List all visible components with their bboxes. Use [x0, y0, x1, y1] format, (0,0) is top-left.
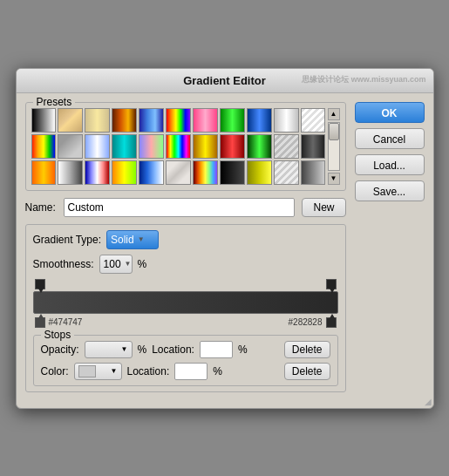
preset-swatch[interactable] [139, 160, 164, 185]
scroll-up-arrow[interactable]: ▲ [328, 108, 340, 120]
color-stop-right[interactable] [326, 317, 337, 328]
preset-swatch[interactable] [31, 134, 57, 159]
preset-swatch[interactable] [112, 134, 137, 159]
preset-swatch[interactable] [301, 134, 326, 159]
preset-swatch[interactable] [166, 134, 191, 159]
preset-swatch[interactable] [274, 134, 299, 159]
load-button[interactable]: Load... [355, 154, 425, 175]
stops-group-label: Stops [41, 329, 75, 341]
preset-swatch[interactable] [85, 160, 110, 185]
preset-swatch[interactable] [112, 108, 137, 133]
preset-swatch[interactable] [58, 108, 83, 133]
save-button[interactable]: Save... [355, 180, 425, 201]
preset-swatch[interactable] [193, 108, 218, 133]
preset-swatch[interactable] [139, 134, 164, 159]
preset-swatch[interactable] [247, 134, 272, 159]
opacity-stop-right[interactable] [326, 279, 337, 289]
top-stops [33, 279, 338, 289]
watermark: 思缘设计论坛 www.missyuan.com [302, 74, 425, 85]
preset-swatch[interactable] [193, 160, 218, 185]
chevron-down-icon: ▼ [138, 235, 145, 243]
smoothness-row: Smoothness: 100 ▼ % [33, 255, 338, 274]
presets-grid [31, 108, 326, 185]
name-label: Name: [25, 201, 57, 214]
preset-swatch[interactable] [301, 160, 326, 185]
smoothness-dropdown[interactable]: 100 ▼ [99, 255, 133, 274]
preset-swatch[interactable] [58, 160, 83, 185]
preset-swatch[interactable] [220, 160, 245, 185]
cancel-button[interactable]: Cancel [355, 128, 425, 149]
color-value-dropdown[interactable]: ▼ [74, 363, 122, 380]
opacity-stop-row: Opacity: ▼ % Location: % Delete [41, 341, 330, 358]
smoothness-value: 100 [104, 258, 121, 270]
preset-swatch[interactable] [85, 108, 110, 133]
bottom-bar [17, 401, 433, 408]
opacity-stop-left[interactable] [35, 279, 45, 289]
presets-group: Presets [25, 102, 346, 191]
preset-swatch[interactable] [166, 160, 191, 185]
gradient-editor-dialog: Gradient Editor 思缘设计论坛 www.missyuan.com … [16, 68, 434, 409]
color-location-unit: % [213, 365, 222, 377]
color-location-label: Location: [127, 365, 170, 377]
stop-left-hex: #474747 [49, 317, 83, 327]
right-panel: OK Cancel Load... Save... [355, 102, 425, 392]
chevron-down-icon: ▼ [125, 260, 132, 268]
opacity-label: Opacity: [41, 343, 79, 356]
scroll-thumb[interactable] [329, 123, 339, 140]
preset-swatch[interactable] [58, 134, 83, 159]
smoothness-unit: % [138, 258, 147, 270]
resize-handle[interactable] [423, 398, 432, 406]
color-label: Color: [41, 365, 69, 377]
stops-group: Stops Opacity: ▼ % Location: % Delete [33, 335, 338, 386]
gradient-type-dropdown[interactable]: Solid ▼ [106, 230, 159, 249]
stop-right-hex: #282828 [289, 317, 323, 327]
opacity-value-dropdown[interactable]: ▼ [85, 341, 133, 358]
preset-swatch[interactable] [31, 160, 57, 185]
preset-swatch[interactable] [247, 108, 272, 133]
chevron-down-icon: ▼ [111, 367, 118, 375]
opacity-delete-button[interactable]: Delete [284, 341, 330, 358]
color-stop-left[interactable] [35, 317, 45, 328]
gradient-type-value: Solid [111, 234, 134, 246]
gradient-settings: Gradient Type: Solid ▼ Smoothness: 100 ▼… [25, 224, 346, 392]
presets-scrollbar: ▲ ▼ [328, 108, 340, 185]
opacity-location-unit: % [238, 343, 248, 356]
color-delete-button[interactable]: Delete [284, 363, 330, 380]
preset-swatch[interactable] [301, 108, 326, 133]
stop-right: #282828 [289, 317, 337, 328]
scroll-track[interactable] [328, 122, 340, 171]
gradient-bar-container: #474747 #282828 [33, 279, 338, 328]
preset-swatch[interactable] [274, 160, 299, 185]
preset-swatch[interactable] [139, 108, 164, 133]
opacity-location-label: Location: [152, 343, 194, 356]
color-swatch [78, 365, 96, 377]
titlebar: Gradient Editor 思缘设计论坛 www.missyuan.com [17, 69, 433, 93]
opacity-unit: % [138, 343, 147, 356]
gradient-type-label: Gradient Type: [33, 234, 102, 246]
gradient-preview-bar[interactable] [33, 291, 338, 314]
scroll-down-arrow[interactable]: ▼ [328, 173, 340, 185]
new-button[interactable]: New [302, 198, 345, 217]
presets-area: ▲ ▼ [31, 108, 340, 185]
gradient-type-row: Gradient Type: Solid ▼ [33, 230, 338, 249]
left-panel: Presets [25, 102, 346, 392]
preset-swatch[interactable] [31, 108, 57, 133]
name-input[interactable] [64, 198, 296, 217]
preset-swatch[interactable] [166, 108, 191, 133]
preset-swatch[interactable] [274, 108, 299, 133]
preset-swatch[interactable] [193, 134, 218, 159]
smoothness-label: Smoothness: [33, 258, 94, 270]
preset-swatch[interactable] [220, 134, 245, 159]
stop-left: #474747 [35, 317, 83, 328]
chevron-down-icon: ▼ [121, 345, 128, 353]
color-location-input[interactable] [174, 363, 207, 380]
dialog-title: Gradient Editor [183, 74, 266, 87]
opacity-location-input[interactable] [200, 341, 233, 358]
preset-swatch[interactable] [85, 134, 110, 159]
name-row: Name: New [25, 198, 346, 217]
bottom-row: #474747 #282828 [33, 317, 338, 328]
preset-swatch[interactable] [247, 160, 272, 185]
preset-swatch[interactable] [220, 108, 245, 133]
ok-button[interactable]: OK [355, 102, 425, 123]
preset-swatch[interactable] [112, 160, 137, 185]
